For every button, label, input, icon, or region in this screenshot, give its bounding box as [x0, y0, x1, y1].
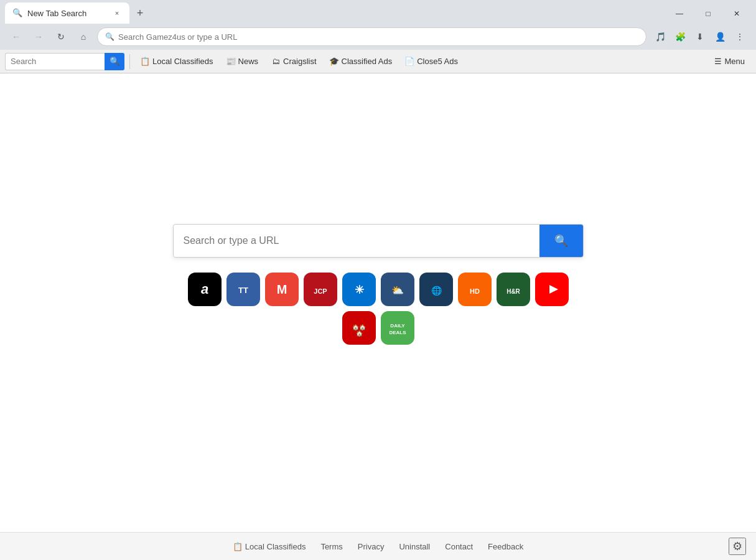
close5ads-icon: 📄 — [404, 57, 414, 67]
toolbar-divider — [129, 54, 130, 69]
close-btn[interactable]: ✕ — [722, 4, 751, 24]
svg-text:✳: ✳ — [354, 284, 363, 296]
extension-toolbar: 🔍 📋 Local Classifieds 📰 News 🗂 Craigslis… — [0, 50, 756, 73]
main-search-wrap: 🔍 — [173, 224, 584, 258]
quick-link-walmart[interactable]: ✳ — [342, 273, 376, 306]
quick-link-statefarm[interactable]: 🏠🏠🏠 — [342, 311, 376, 345]
search-icon: 🔍 — [110, 57, 120, 66]
minimize-btn[interactable]: — — [665, 4, 694, 24]
footer-right-spacer: ⚙ — [538, 538, 756, 555]
quick-link-news[interactable]: 🌐 — [419, 273, 453, 306]
classified-ads-icon: 🎓 — [329, 57, 339, 67]
ext-menu-label: Menu — [724, 57, 745, 66]
ext-search-input[interactable] — [5, 53, 105, 70]
quick-link-amazon[interactable]: a — [188, 273, 222, 306]
settings-gear-btn[interactable]: ⚙ — [729, 538, 746, 555]
download-icon-btn[interactable]: ⬇ — [691, 28, 709, 45]
tab-bar: 🔍 New Tab Search × + — □ ✕ — [0, 0, 756, 24]
back-btn[interactable]: ← — [7, 28, 25, 45]
ext-nav-news[interactable]: 📰 News — [221, 54, 264, 69]
quick-link-jcpenney[interactable]: JCP — [304, 273, 337, 306]
footer-link-feedback[interactable]: Feedback — [488, 542, 523, 551]
ext-nav-label-craigslist: Craigslist — [283, 57, 316, 66]
address-bar: ← → ↻ ⌂ 🔍 🎵 🧩 ⬇ 👤 ⋮ — [0, 24, 756, 50]
ext-nav-craigslist[interactable]: 🗂 Craigslist — [266, 54, 321, 69]
footer-link-local-classifieds[interactable]: 📋 Local Classifieds — [233, 542, 306, 551]
quick-link-gmail[interactable]: M — [265, 273, 299, 306]
window-controls: — □ ✕ — [665, 4, 751, 24]
craigslist-icon: 🗂 — [271, 57, 281, 67]
footer-label-uninstall: Uninstall — [399, 542, 430, 551]
ext-menu-btn[interactable]: ☰ Menu — [708, 54, 751, 68]
ext-nav-label-local-classifieds: Local Classifieds — [152, 57, 213, 66]
gear-icon: ⚙ — [732, 539, 742, 553]
quick-link-youtube[interactable] — [535, 273, 569, 306]
svg-text:M: M — [276, 282, 287, 296]
footer-label-privacy: Privacy — [358, 542, 385, 551]
footer-link-privacy[interactable]: Privacy — [358, 542, 385, 551]
quick-links: a TT M JCP ✳ ⛅ 🌐 — [173, 273, 584, 345]
browser-toolbar-icons: 🎵 🧩 ⬇ 👤 ⋮ — [651, 28, 749, 45]
footer-link-uninstall[interactable]: Uninstall — [399, 542, 430, 551]
footer-label-contact: Contact — [445, 542, 473, 551]
address-input-wrap: 🔍 — [97, 27, 646, 46]
ext-nav-local-classifieds[interactable]: 📋 Local Classifieds — [135, 54, 218, 69]
footer-link-terms[interactable]: Terms — [320, 542, 342, 551]
ext-nav-label-news: News — [238, 57, 259, 66]
svg-text:JCP: JCP — [314, 287, 327, 295]
ext-nav-classified-ads[interactable]: 🎓 Classified Ads — [324, 54, 398, 69]
quick-link-turbotax[interactable]: TT — [226, 273, 260, 306]
address-input[interactable] — [118, 32, 638, 42]
forward-btn[interactable]: → — [30, 28, 47, 45]
tab-favicon: 🔍 — [12, 8, 22, 18]
svg-text:DEALS: DEALS — [389, 330, 406, 335]
more-icon-btn[interactable]: ⋮ — [731, 28, 749, 45]
svg-text:TT: TT — [238, 286, 248, 295]
ext-nav-close5ads[interactable]: 📄 Close5 Ads — [399, 54, 463, 69]
ext-search-btn[interactable]: 🔍 — [105, 53, 124, 70]
svg-text:H&R: H&R — [506, 288, 520, 295]
news-icon: 📰 — [226, 57, 236, 67]
extensions-icon-btn[interactable]: 🧩 — [671, 28, 689, 45]
music-icon-btn[interactable]: 🎵 — [651, 28, 669, 45]
ext-search-wrap: 🔍 — [5, 53, 124, 70]
footer-label-terms: Terms — [320, 542, 342, 551]
page-content: 🔍 a TT M JCP ✳ ⛅ — [0, 73, 756, 532]
menu-hamburger-icon: ☰ — [714, 57, 722, 66]
maximize-btn[interactable]: □ — [694, 4, 722, 24]
svg-text:⛅: ⛅ — [391, 284, 404, 296]
footer-label-local-classifieds: Local Classifieds — [245, 542, 306, 551]
quick-link-homedepot[interactable]: HD — [458, 273, 492, 306]
local-classifieds-icon: 📋 — [140, 57, 150, 67]
svg-text:DAILY: DAILY — [390, 323, 405, 329]
ext-nav-label-close5ads: Close5 Ads — [417, 57, 458, 66]
main-search-icon: 🔍 — [554, 234, 568, 248]
svg-text:HD: HD — [470, 287, 480, 295]
refresh-btn[interactable]: ↻ — [52, 28, 70, 45]
quick-link-dailydeals[interactable]: DAILYDEALS — [381, 311, 414, 345]
quick-link-hrblock[interactable]: H&R — [497, 273, 530, 306]
lock-icon: 🔍 — [105, 32, 114, 41]
active-tab[interactable]: 🔍 New Tab Search × — [5, 2, 129, 24]
tab-title: New Tab Search — [27, 9, 86, 18]
main-search-btn[interactable]: 🔍 — [539, 225, 583, 257]
footer-label-feedback: Feedback — [488, 542, 523, 551]
tab-close-btn[interactable]: × — [112, 8, 122, 18]
svg-text:🌐: 🌐 — [431, 286, 442, 296]
home-btn[interactable]: ⌂ — [75, 28, 92, 45]
ext-nav-label-classified-ads: Classified Ads — [342, 57, 393, 66]
svg-text:🏠: 🏠 — [355, 330, 363, 337]
footer-classifieds-icon: 📋 — [233, 542, 243, 551]
main-search-area: 🔍 a TT M JCP ✳ ⛅ — [173, 224, 584, 345]
footer: 📋 Local Classifieds Terms Privacy Uninst… — [0, 532, 756, 560]
quick-link-weather[interactable]: ⛅ — [381, 273, 414, 306]
footer-link-contact[interactable]: Contact — [445, 542, 473, 551]
new-tab-btn[interactable]: + — [129, 2, 151, 24]
profile-icon-btn[interactable]: 👤 — [711, 28, 729, 45]
main-search-input[interactable] — [174, 228, 539, 254]
